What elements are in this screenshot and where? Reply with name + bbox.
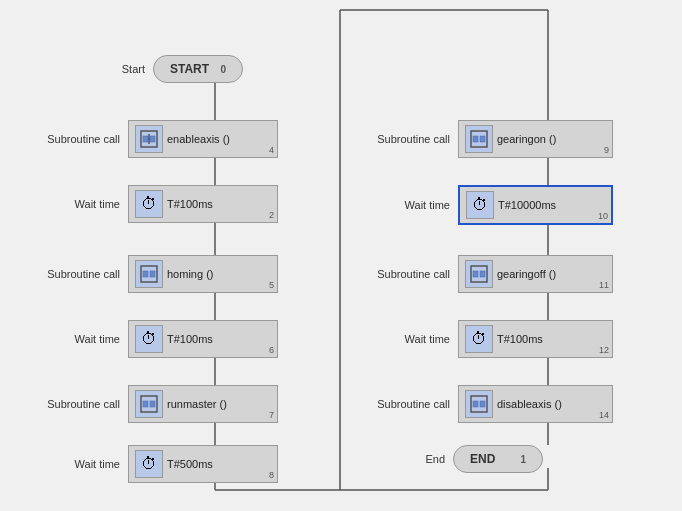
end-label: End [400, 453, 445, 465]
diagram-container: Start START 0 Subroutine call enableaxis… [0, 0, 682, 511]
svg-rect-27 [143, 401, 148, 407]
svg-rect-36 [473, 401, 478, 407]
sub5-text: gearingoff () [497, 268, 556, 280]
svg-rect-22 [150, 136, 155, 142]
sub2-icon [135, 260, 163, 288]
wait1-text: T#100ms [167, 198, 213, 210]
wait2-text: T#100ms [167, 333, 213, 345]
sub1-node-row: Subroutine call enableaxis () 4 [20, 120, 278, 158]
sub3-num: 7 [269, 410, 274, 420]
wait4-text: T#10000ms [498, 199, 556, 211]
subroutine-icon4 [469, 129, 489, 149]
wait5-label: Wait time [350, 333, 450, 345]
wait1-node-row: Wait time ⏱ T#100ms 2 [20, 185, 278, 223]
sub2-text: homing () [167, 268, 213, 280]
wait3-label: Wait time [20, 458, 120, 470]
wait4-num: 10 [598, 211, 608, 221]
sub3-node-row: Subroutine call runmaster () 7 [20, 385, 278, 423]
sub3-node[interactable]: runmaster () 7 [128, 385, 278, 423]
start-label: Start [100, 63, 145, 75]
wait2-icon: ⏱ [135, 325, 163, 353]
svg-rect-21 [143, 136, 148, 142]
sub6-node[interactable]: disableaxis () 14 [458, 385, 613, 423]
wait4-label: Wait time [350, 199, 450, 211]
wait5-num: 12 [599, 345, 609, 355]
svg-rect-24 [143, 271, 148, 277]
wait2-node-row: Wait time ⏱ T#100ms 6 [20, 320, 278, 358]
sub6-icon [465, 390, 493, 418]
subroutine-icon3 [139, 394, 159, 414]
wait2-node[interactable]: ⏱ T#100ms 6 [128, 320, 278, 358]
wait5-icon: ⏱ [465, 325, 493, 353]
sub5-node[interactable]: gearingoff () 11 [458, 255, 613, 293]
svg-rect-34 [480, 271, 485, 277]
subroutine-icon2 [139, 264, 159, 284]
sub3-icon [135, 390, 163, 418]
sub4-icon [465, 125, 493, 153]
sub2-label: Subroutine call [20, 268, 120, 280]
sub4-node[interactable]: gearingon () 9 [458, 120, 613, 158]
wait3-icon: ⏱ [135, 450, 163, 478]
sub4-num: 9 [604, 145, 609, 155]
wait1-num: 2 [269, 210, 274, 220]
wait1-node[interactable]: ⏱ T#100ms 2 [128, 185, 278, 223]
sub2-node-row: Subroutine call homing () 5 [20, 255, 278, 293]
svg-rect-31 [480, 136, 485, 142]
sub1-icon [135, 125, 163, 153]
subroutine-icon [139, 129, 159, 149]
start-node-row: Start START 0 [100, 55, 243, 83]
sub5-label: Subroutine call [350, 268, 450, 280]
sub2-num: 5 [269, 280, 274, 290]
wait4-icon: ⏱ [466, 191, 494, 219]
sub1-label: Subroutine call [20, 133, 120, 145]
wait2-label: Wait time [20, 333, 120, 345]
sub2-node[interactable]: homing () 5 [128, 255, 278, 293]
end-text: END [470, 452, 495, 466]
wait3-node[interactable]: ⏱ T#500ms 8 [128, 445, 278, 483]
sub5-node-row: Subroutine call gearingoff () 11 [350, 255, 613, 293]
end-oval[interactable]: END 1 [453, 445, 543, 473]
sub6-node-row: Subroutine call disableaxis () 14 [350, 385, 613, 423]
sub3-text: runmaster () [167, 398, 227, 410]
subroutine-icon5 [469, 264, 489, 284]
wait3-node-row: Wait time ⏱ T#500ms 8 [20, 445, 278, 483]
sub4-label: Subroutine call [350, 133, 450, 145]
sub4-node-row: Subroutine call gearingon () 9 [350, 120, 613, 158]
start-num: 0 [220, 64, 226, 75]
sub5-icon [465, 260, 493, 288]
end-num: 1 [520, 454, 526, 465]
wait4-node-row: Wait time ⏱ T#10000ms 10 [350, 185, 613, 225]
wait5-node-row: Wait time ⏱ T#100ms 12 [350, 320, 613, 358]
sub5-num: 11 [599, 280, 609, 290]
svg-rect-28 [150, 401, 155, 407]
sub6-num: 14 [599, 410, 609, 420]
end-node-row: End END 1 [400, 445, 543, 473]
start-oval[interactable]: START 0 [153, 55, 243, 83]
sub6-text: disableaxis () [497, 398, 562, 410]
sub1-text: enableaxis () [167, 133, 230, 145]
wait3-num: 8 [269, 470, 274, 480]
wait1-label: Wait time [20, 198, 120, 210]
wait2-num: 6 [269, 345, 274, 355]
svg-rect-37 [480, 401, 485, 407]
svg-rect-33 [473, 271, 478, 277]
svg-rect-25 [150, 271, 155, 277]
sub1-node[interactable]: enableaxis () 4 [128, 120, 278, 158]
sub3-label: Subroutine call [20, 398, 120, 410]
sub6-label: Subroutine call [350, 398, 450, 410]
wait4-node[interactable]: ⏱ T#10000ms 10 [458, 185, 613, 225]
sub4-text: gearingon () [497, 133, 556, 145]
subroutine-icon6 [469, 394, 489, 414]
wait5-text: T#100ms [497, 333, 543, 345]
wait5-node[interactable]: ⏱ T#100ms 12 [458, 320, 613, 358]
wait3-text: T#500ms [167, 458, 213, 470]
start-text: START [170, 62, 209, 76]
wait1-icon: ⏱ [135, 190, 163, 218]
svg-rect-30 [473, 136, 478, 142]
sub1-num: 4 [269, 145, 274, 155]
